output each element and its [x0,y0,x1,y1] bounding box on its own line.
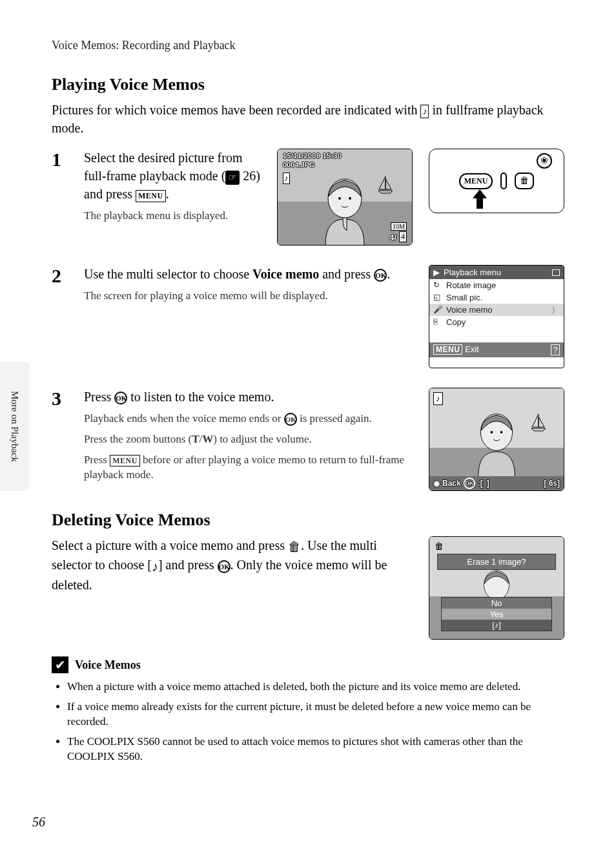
svg-marker-7 [539,417,544,427]
breadcrumb: Voice Memos: Recording and Playback [52,39,564,52]
menu-button-label: MENU [136,190,166,202]
menu-physical-button: MENU [459,173,493,189]
note-title: Voice Memos [75,658,141,672]
copy-icon: ⎘ [433,317,438,326]
step-1-number: 1 [52,149,71,246]
figure-camera-buttons: ❀ MENU 🗑 [429,149,564,213]
step-1-title: Select the desired picture from full-fra… [84,149,261,203]
step-3-title: Press OK to listen to the voice memo. [84,388,413,406]
erase-options: No Yes [♪] [441,597,552,631]
lcd-date: 15/11/2008 15:30 [283,152,342,160]
mic-icon: 🎤 [433,305,443,314]
sailboat-icon [530,413,547,432]
playback-icon: ▶ [433,267,440,277]
intro-paragraph: Pictures for which voice memos have been… [52,101,564,137]
menu-item-voice-memo: 🎤Voice memo [429,304,564,316]
ok-button-icon: OK [284,413,297,426]
lcd-counter: 4/ [389,233,396,242]
ok-button-icon: OK [218,560,231,573]
arrow-up-icon [471,188,488,210]
person-illustration [316,174,374,245]
step-3-number: 3 [52,388,71,491]
note-item: When a picture with a voice memo attache… [67,680,564,695]
intro-pre: Pictures for which voice memos have been… [52,103,420,117]
svg-point-10 [500,431,503,434]
ok-button-icon: OK [374,269,387,282]
page-ref-icon: ☞ [225,171,240,185]
lcd-status-bar: ◉ Back OK :[♪] [ 6s] [429,476,564,490]
playback-menu-title-bar: ▶ Playback menu [429,266,564,279]
voice-memo-playing-icon: ♪ [433,392,443,405]
menu-item-copy: ⎘Copy [429,316,564,328]
svg-point-9 [491,431,493,434]
button-slit [500,173,507,189]
step-2-title: Use the multi selector to choose Voice m… [84,265,413,283]
svg-point-3 [338,197,341,200]
note-list: When a picture with a voice memo attache… [52,680,564,764]
sailboat-icon [377,175,394,194]
heading-deleting: Deleting Voice Memos [52,510,564,530]
figure-playback-menu: ▶ Playback menu ↻Rotate image ◱Small pic… [429,265,564,368]
lcd-resolution: 10M [391,222,407,231]
rotate-icon: ↻ [433,280,440,289]
menu-exit-bar: MENU Exit ? [429,342,564,357]
note-box: ✔ Voice Memos When a picture with a voic… [52,656,564,764]
figure-lcd-step1: 15/11/2008 15:30 0004.JPG ♪ 10M 4/ 4 [277,149,413,246]
ok-button-icon: OK [464,477,475,489]
erase-trash-icon: 🗑 [435,541,444,551]
step-1-sub: The playback menu is displayed. [84,208,261,224]
menu-label-exit: MENU [433,344,462,355]
heading-playing: Playing Voice Memos [52,75,564,94]
back-icon: ◉ [433,479,440,488]
menu-button-label: MENU [110,455,140,467]
step-3-sub3: Press MENU before or after playing a voi… [84,452,413,483]
erase-option-memo-icon: [♪] [442,620,551,631]
person-illustration [467,409,526,476]
lcd-total: 4 [399,231,407,242]
step-2: 2 Use the multi selector to choose Voice… [52,265,564,368]
note-item: If a voice memo already exists for the c… [67,700,564,729]
menu-item-small-pic: ◱Small pic. [429,291,564,304]
delete-paragraph: Select a picture with a voice memo and p… [52,536,413,594]
small-pic-icon: ◱ [433,293,440,302]
step-3-sub2: Press the zoom buttons (T/W) to adjust t… [84,432,413,447]
step-2-number: 2 [52,265,71,368]
voice-memo-icon: ♪ [420,105,429,119]
step-1: 1 Select the desired picture from full-f… [52,149,564,246]
trash-icon: 🗑 [288,538,301,556]
trash-physical-button: 🗑 [515,173,534,189]
svg-point-4 [349,197,351,200]
erase-option-no: No [442,598,551,609]
svg-marker-1 [385,179,391,189]
step-3-sub1: Playback ends when the voice memo ends o… [84,411,413,426]
menu-corner-icon [552,269,560,276]
step-2-sub: The screen for playing a voice memo will… [84,288,413,304]
note-check-icon: ✔ [52,656,68,673]
svg-marker-5 [473,189,487,209]
svg-marker-6 [532,414,539,427]
lcd-voice-memo-icon: ♪ [283,173,290,184]
pause-icon: :[♪] [478,479,489,488]
page-number: 56 [32,815,45,830]
back-label: Back [442,479,461,488]
time-remaining: [ 6s] [544,479,560,488]
ok-button-icon: OK [114,392,127,404]
macro-button-icon: ❀ [537,153,552,169]
menu-item-rotate: ↻Rotate image [429,279,564,291]
lcd-filename: 0004.JPG [283,161,315,169]
help-icon: ? [551,344,560,355]
step-3: 3 Press OK to listen to the voice memo. … [52,388,564,491]
playback-menu-title: Playback menu [444,267,501,277]
note-item: The COOLPIX S560 cannot be used to attac… [67,735,564,764]
figure-erase-dialog: 🗑 Erase 1 image? No Yes [♪] [429,536,564,640]
erase-option-yes: Yes [442,609,551,620]
svg-marker-0 [379,176,385,189]
figure-lcd-step3: ♪ ◉ Back OK :[♪] [ 6s] [429,388,564,491]
note-icon: ♪ [152,558,158,576]
